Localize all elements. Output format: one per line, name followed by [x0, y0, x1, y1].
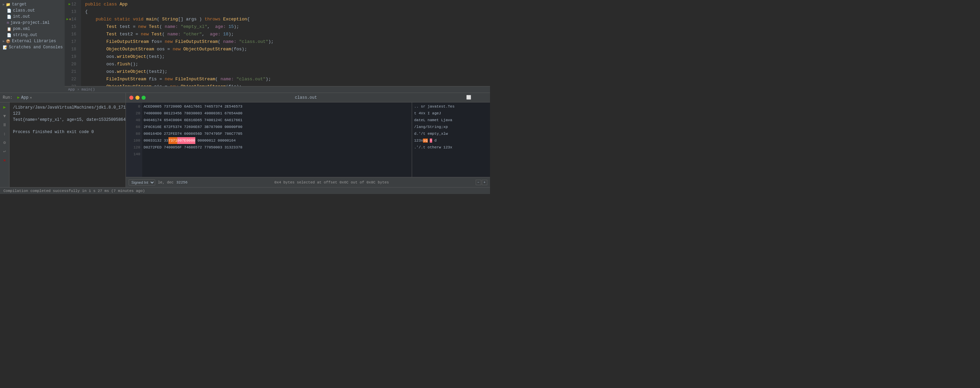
sidebar-item-class-out[interactable]: 📄 class.out — [0, 8, 65, 14]
run-label: Run: — [3, 95, 13, 100]
window-maximize-button[interactable] — [142, 95, 146, 100]
hex-row-120: D0272FED 7400056F 74686572 77050003 3132… — [143, 144, 410, 151]
run-output-line-5: Process finished with exit code 0 — [13, 129, 122, 135]
sidebar-label-ext: External Libraries — [12, 39, 56, 44]
folder-icon: 📁 — [6, 2, 11, 7]
hex-minimize-button[interactable]: − — [476, 180, 481, 185]
run-pause-button[interactable]: ⏸ — [2, 121, 8, 128]
sidebar-label-int-out: int.out — [13, 14, 30, 19]
hex-endian-label: le, dec — [158, 180, 173, 184]
run-play-button[interactable]: ▶ — [2, 104, 8, 111]
line-numbers: ▶12 13 ▶ ◇14 15 16 17 18 19 20 21 22 23 … — [65, 0, 81, 86]
tree-arrow-ext: ▶ — [3, 39, 5, 43]
code-area[interactable]: public class App { public static void ma… — [81, 0, 490, 86]
run-settings-button[interactable]: ⚙ — [2, 139, 8, 146]
ascii-row-0: .. sr javatest.Tes — [414, 103, 488, 110]
run-tab-close-icon[interactable]: ✕ — [30, 95, 32, 100]
sidebar-item-string-out[interactable]: 📄 string.out — [0, 32, 65, 38]
hex-resize-icon[interactable]: ⬜ — [466, 95, 471, 100]
line-num-13: 13 — [65, 8, 78, 16]
ascii-row-40: dateL namet Ljava — [414, 117, 488, 124]
line-num-22: 22 — [65, 76, 78, 83]
ascii-row-100: 123xsq ~ d — [414, 137, 488, 144]
run-tab-icon: ▶ — [18, 95, 20, 100]
line-num-19: 19 — [65, 53, 78, 60]
hex-highlight-007e0000: 007E0000 — [177, 137, 195, 144]
run-panel-body: ▶ ▼ ⏸ ↕ ⚙ ↩ ✕ /Library/Java/JavaVirtualM… — [0, 102, 126, 187]
hex-maximize-button[interactable]: + — [482, 180, 487, 185]
sidebar-item-ext-libs[interactable]: ▶ 📦 External Libraries — [0, 38, 65, 44]
sidebar-label-pom: pom.xml — [13, 27, 30, 31]
sidebar: ▶ 📁 target 📄 class.out 📄 int.out m java-… — [0, 0, 65, 92]
sidebar-label-scratches: Scratches and Consoles — [9, 45, 63, 50]
hex-highlight-7371: 7371 — [169, 137, 177, 144]
ext-lib-icon: 📦 — [6, 39, 11, 44]
run-panel: Run: ▶ App ✕ ▶ ▼ ⏸ ↕ ⚙ ↩ ✕ /Library/Java… — [0, 93, 126, 187]
hex-offsets: 0 20 40 60 80 100 120 140 — [126, 102, 142, 177]
run-rerun-button[interactable]: ↕ — [2, 130, 8, 137]
line-num-12: ▶12 — [65, 1, 78, 8]
hex-value-display: 32256 — [176, 180, 188, 184]
file-icon-string-out: 📄 — [7, 33, 11, 37]
offset-40: 40 — [126, 117, 140, 124]
ascii-row-60: /lang/String;xp — [414, 124, 488, 130]
tree-arrow-target: ▶ — [3, 2, 5, 6]
ascii-tilde: ~ — [430, 138, 432, 143]
sidebar-label-class-out: class.out — [13, 8, 35, 13]
run-tab[interactable]: ▶ App ✕ — [15, 95, 34, 100]
sidebar-item-iml[interactable]: m java-project.iml — [0, 20, 65, 26]
sidebar-label-string-out: string.out — [13, 33, 37, 37]
bottom-area: Run: ▶ App ✕ ▶ ▼ ⏸ ↕ ⚙ ↩ ✕ /Library/Java… — [0, 92, 490, 187]
hex-row-140 — [143, 151, 410, 157]
ascii-row-140 — [414, 151, 488, 157]
offset-100: 100 — [126, 137, 140, 144]
run-wrap-button[interactable]: ↩ — [2, 148, 8, 155]
code-line-22: FileInputStream fis = new FileInputStrea… — [85, 76, 486, 83]
hex-body: 0 20 40 60 80 100 120 140 ACED0005 73720… — [126, 102, 490, 177]
file-icon-iml: m — [7, 21, 9, 25]
hex-row-0: ACED0005 7372000D 6A617661 74657374 2E54… — [143, 103, 410, 110]
run-output: /Library/Java/JavaVirtualMachines/jdk1.8… — [10, 102, 126, 187]
run-stop-button[interactable]: ▼ — [2, 113, 8, 119]
offset-20: 20 — [126, 110, 140, 117]
scratches-icon: 📝 — [3, 45, 8, 50]
status-text: Compilation completed successfully in 1 … — [3, 189, 145, 193]
sidebar-item-target[interactable]: ▶ 📁 target — [0, 2, 65, 8]
code-line-13: { — [85, 8, 486, 16]
line-num-16: 16 — [65, 31, 78, 38]
breakpoint-14: ◇ — [69, 16, 71, 23]
run-arrow-12: ▶ — [69, 1, 71, 8]
line-num-23: 23 — [65, 83, 78, 86]
sidebar-item-pom[interactable]: 📋 pom.xml — [0, 26, 65, 32]
sidebar-item-int-out[interactable]: 📄 int.out — [0, 14, 65, 20]
code-line-16: Test test2 = new Test( name: "other", ag… — [85, 31, 486, 38]
code-line-23: ObjectInputStream ois = new ObjectInputS… — [85, 83, 486, 86]
hex-toolbar-right: ⬜ — [466, 95, 487, 100]
sidebar-label-iml: java-project.iml — [11, 21, 50, 25]
run-tab-name: App — [21, 95, 29, 100]
run-toolbar: ▶ ▼ ⏸ ↕ ⚙ ↩ ✕ — [0, 102, 10, 187]
line-num-20: 20 — [65, 60, 78, 68]
line-num-21: 21 — [65, 68, 78, 76]
hex-titlebar: class.out ⬜ — [126, 93, 490, 102]
hex-type-select[interactable]: Signed Int — [129, 180, 155, 186]
offset-80: 80 — [126, 130, 140, 137]
sidebar-item-scratches[interactable]: 📝 Scratches and Consoles — [0, 44, 65, 50]
run-close-button[interactable]: ✕ — [2, 157, 8, 164]
file-icon-pom: 📋 — [7, 27, 11, 31]
hex-row-20: 74000000 00123456 78030003 49000361 6765… — [143, 110, 410, 117]
hex-ascii: .. sr javatest.Tes t 4Vx I ageJ dateL na… — [412, 102, 490, 177]
ascii-row-20: t 4Vx I ageJ — [414, 110, 488, 117]
window-minimize-button[interactable] — [135, 95, 140, 100]
hex-data[interactable]: ACED0005 7372000D 6A617661 74657374 2E54… — [142, 102, 412, 177]
window-buttons — [129, 95, 146, 100]
window-close-button[interactable] — [129, 95, 134, 100]
run-arrow-14: ▶ — [66, 16, 68, 23]
code-line-19: oos.writeObject(test); — [85, 53, 486, 60]
hex-row-40: 04646174 654C0004 6E616D65 7400124C 6A61… — [143, 117, 410, 124]
code-line-21: oos.writeObject(test2); — [85, 68, 486, 76]
file-icon-class-out: 📄 — [7, 8, 11, 13]
line-num-14: ▶ ◇14 — [65, 16, 78, 23]
offset-60: 60 — [126, 124, 140, 130]
ascii-sq: sq — [423, 138, 427, 143]
